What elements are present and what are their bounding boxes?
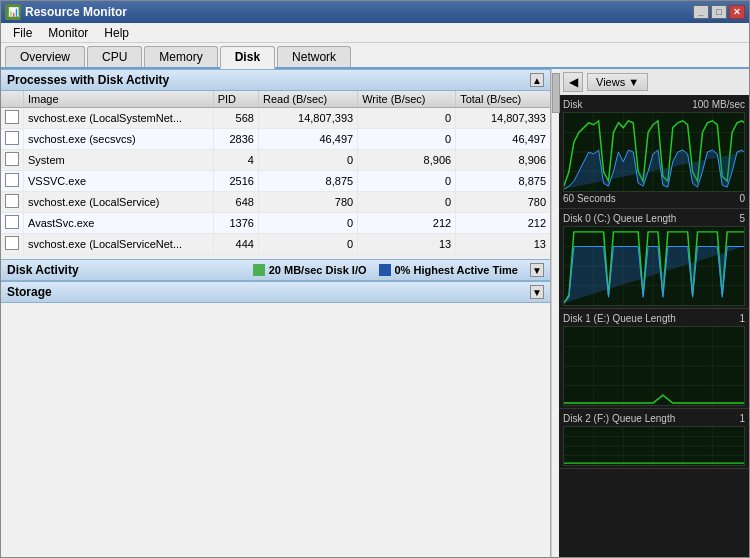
- row-read: 14,807,393: [258, 108, 357, 129]
- row-total: 13: [456, 234, 550, 255]
- row-total: 212: [456, 213, 550, 234]
- row-checkbox[interactable]: [1, 234, 24, 255]
- maximize-button[interactable]: □: [711, 5, 727, 19]
- table-row: svchost.exe (LocalServiceNet... 444 0 13…: [1, 234, 550, 255]
- row-read: 46,497: [258, 129, 357, 150]
- chart-disk: Disk 100 MB/sec: [559, 95, 749, 209]
- storage-title: Storage: [7, 285, 52, 299]
- row-read: 0: [258, 213, 357, 234]
- chart-disk0-canvas: [563, 226, 745, 306]
- chart-disk-label: Disk 100 MB/sec: [563, 97, 745, 112]
- disk-activity-title: Disk Activity: [7, 263, 79, 277]
- row-pid: 1376: [213, 213, 258, 234]
- chart-disk-canvas: [563, 112, 745, 192]
- row-total: 8,906: [456, 150, 550, 171]
- close-button[interactable]: ✕: [729, 5, 745, 19]
- row-checkbox[interactable]: [1, 213, 24, 234]
- row-total: 46,497: [456, 129, 550, 150]
- table-row: svchost.exe (LocalService) 648 780 0 780: [1, 192, 550, 213]
- row-checkbox[interactable]: [1, 108, 24, 129]
- menu-bar: File Monitor Help: [1, 23, 749, 43]
- col-header-pid[interactable]: PID: [213, 91, 258, 108]
- chart-disk1-canvas: [563, 326, 745, 406]
- row-pid: 2836: [213, 129, 258, 150]
- main-content: Processes with Disk Activity ▲ Image PID…: [1, 69, 749, 557]
- row-checkbox[interactable]: [1, 150, 24, 171]
- menu-monitor[interactable]: Monitor: [40, 24, 96, 42]
- col-header-image[interactable]: Image: [24, 91, 214, 108]
- tab-disk[interactable]: Disk: [220, 46, 275, 69]
- row-total: 8,875: [456, 171, 550, 192]
- chart-container: Disk 100 MB/sec: [559, 95, 749, 557]
- views-button[interactable]: Views ▼: [587, 73, 648, 91]
- chart-disk2-canvas: [563, 426, 745, 466]
- row-pid: 568: [213, 108, 258, 129]
- row-pid: 648: [213, 192, 258, 213]
- io-legend: 20 MB/sec Disk I/O: [253, 264, 367, 276]
- chart-disk1-label: Disk 1 (E:) Queue Length 1: [563, 311, 745, 326]
- row-read: 8,875: [258, 171, 357, 192]
- row-write: 13: [358, 234, 456, 255]
- col-header-check[interactable]: [1, 91, 24, 108]
- tab-overview[interactable]: Overview: [5, 46, 85, 67]
- col-header-read[interactable]: Read (B/sec): [258, 91, 357, 108]
- process-table: Image PID Read (B/sec) Write (B/sec) Tot…: [1, 91, 550, 255]
- row-image: svchost.exe (LocalService): [24, 192, 214, 213]
- window-controls: _ □ ✕: [693, 5, 745, 19]
- panel-arrow-button[interactable]: ◀: [563, 72, 583, 92]
- row-image: System: [24, 150, 214, 171]
- storage-collapse-button[interactable]: ▼: [530, 285, 544, 299]
- row-read: 0: [258, 234, 357, 255]
- io-legend-color: [253, 264, 265, 276]
- active-legend-color: [379, 264, 391, 276]
- row-write: 0: [358, 129, 456, 150]
- table-row: AvastSvc.exe 1376 0 212 212: [1, 213, 550, 234]
- tab-memory[interactable]: Memory: [144, 46, 217, 67]
- right-top-bar: ◀ Views ▼: [559, 69, 749, 95]
- processes-title: Processes with Disk Activity: [7, 73, 169, 87]
- menu-help[interactable]: Help: [96, 24, 137, 42]
- chart-disk2: Disk 2 (F:) Queue Length 1: [559, 409, 749, 469]
- processes-header: Processes with Disk Activity ▲: [1, 69, 550, 91]
- table-row: System 4 0 8,906 8,906: [1, 150, 550, 171]
- row-checkbox[interactable]: [1, 171, 24, 192]
- tab-bar: Overview CPU Memory Disk Network: [1, 43, 749, 69]
- row-read: 0: [258, 150, 357, 171]
- row-write: 0: [358, 192, 456, 213]
- io-label: 20 MB/sec Disk I/O: [269, 264, 367, 276]
- title-bar: 📊 Resource Monitor _ □ ✕: [1, 1, 749, 23]
- tab-cpu[interactable]: CPU: [87, 46, 142, 67]
- row-write: 8,906: [358, 150, 456, 171]
- scrollbar-thumb[interactable]: [552, 73, 560, 113]
- window-title: Resource Monitor: [25, 5, 127, 19]
- row-pid: 2516: [213, 171, 258, 192]
- main-window: 📊 Resource Monitor _ □ ✕ File Monitor He…: [0, 0, 750, 558]
- col-header-total[interactable]: Total (B/sec): [456, 91, 550, 108]
- scrollbar-track[interactable]: [551, 69, 559, 557]
- storage-header: Storage ▼: [1, 281, 550, 303]
- chart-disk1: Disk 1 (E:) Queue Length 1: [559, 309, 749, 409]
- table-row: VSSVC.exe 2516 8,875 0 8,875: [1, 171, 550, 192]
- chart-disk0-label: Disk 0 (C:) Queue Length 5: [563, 211, 745, 226]
- left-panel: Processes with Disk Activity ▲ Image PID…: [1, 69, 551, 557]
- active-label: 0% Highest Active Time: [395, 264, 519, 276]
- active-legend: 0% Highest Active Time: [379, 264, 519, 276]
- row-read: 780: [258, 192, 357, 213]
- processes-collapse-button[interactable]: ▲: [530, 73, 544, 87]
- right-panel: ◀ Views ▼ Disk 100 MB/sec: [559, 69, 749, 557]
- tab-network[interactable]: Network: [277, 46, 351, 67]
- minimize-button[interactable]: _: [693, 5, 709, 19]
- menu-file[interactable]: File: [5, 24, 40, 42]
- table-row: svchost.exe (LocalSystemNet... 568 14,80…: [1, 108, 550, 129]
- row-write: 0: [358, 108, 456, 129]
- row-checkbox[interactable]: [1, 129, 24, 150]
- disk-activity-collapse-button[interactable]: ▼: [530, 263, 544, 277]
- chart-disk-sublabel: 60 Seconds 0: [563, 192, 745, 206]
- row-image: AvastSvc.exe: [24, 213, 214, 234]
- row-total: 14,807,393: [456, 108, 550, 129]
- row-checkbox[interactable]: [1, 192, 24, 213]
- col-header-write[interactable]: Write (B/sec): [358, 91, 456, 108]
- chart-disk0: Disk 0 (C:) Queue Length 5: [559, 209, 749, 309]
- row-image: VSSVC.exe: [24, 171, 214, 192]
- app-icon: 📊: [5, 4, 21, 20]
